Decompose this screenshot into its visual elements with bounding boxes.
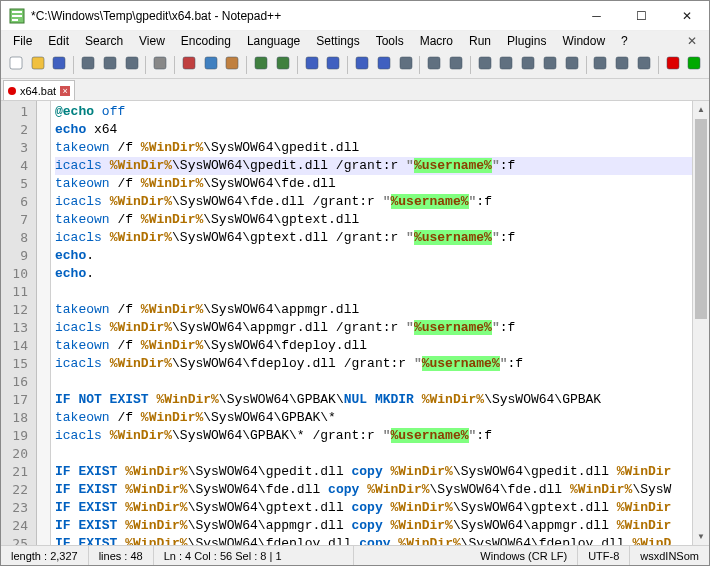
zoom-in-button[interactable] [351, 54, 373, 76]
new-button[interactable] [5, 54, 27, 76]
unfold-button[interactable] [539, 54, 561, 76]
scroll-up-icon[interactable]: ▲ [693, 101, 709, 118]
code-line[interactable]: IF EXIST %WinDir%\SysWOW64\gptext.dll co… [55, 499, 692, 517]
vertical-scrollbar[interactable]: ▲ ▼ [692, 101, 709, 545]
line-number: 12 [3, 301, 28, 319]
zoom-out-button[interactable] [373, 54, 395, 76]
code-line[interactable]: IF EXIST %WinDir%\SysWOW64\gpedit.dll co… [55, 463, 692, 481]
line-number: 8 [3, 229, 28, 247]
paste-button[interactable] [222, 54, 244, 76]
line-number: 21 [3, 463, 28, 481]
code-line[interactable]: echo. [55, 265, 692, 283]
close-button[interactable]: ✕ [664, 1, 709, 30]
menu-run[interactable]: Run [461, 32, 499, 50]
scroll-down-icon[interactable]: ▼ [693, 528, 709, 545]
save-all-button[interactable] [77, 54, 99, 76]
svg-rect-15 [277, 57, 289, 69]
code-line[interactable]: takeown /f %WinDir%\SysWOW64\gptext.dll [55, 211, 692, 229]
code-line[interactable]: icacls %WinDir%\SysWOW64\gpedit.dll /gra… [55, 157, 692, 175]
code-line[interactable] [55, 445, 692, 463]
menu-macro[interactable]: Macro [412, 32, 461, 50]
code-area[interactable]: @echo offecho x64takeown /f %WinDir%\Sys… [51, 101, 692, 545]
play-button[interactable] [683, 54, 705, 76]
code-line[interactable]: icacls %WinDir%\SysWOW64\fde.dll /grant:… [55, 193, 692, 211]
find-button[interactable] [301, 54, 323, 76]
code-line[interactable]: icacls %WinDir%\SysWOW64\appmgr.dll /gra… [55, 319, 692, 337]
fold-gutter [37, 101, 51, 545]
line-number: 4 [3, 157, 28, 175]
undo-button[interactable] [250, 54, 272, 76]
line-number: 24 [3, 517, 28, 535]
maximize-button[interactable]: ☐ [619, 1, 664, 30]
lang-button[interactable] [496, 54, 518, 76]
menu-tools[interactable]: Tools [368, 32, 412, 50]
line-number: 11 [3, 283, 28, 301]
sync-icon [398, 55, 414, 74]
svg-rect-10 [154, 57, 166, 69]
wrap-button[interactable] [423, 54, 445, 76]
code-line[interactable]: icacls %WinDir%\SysWOW64\gptext.dll /gra… [55, 229, 692, 247]
code-line[interactable]: IF EXIST %WinDir%\SysWOW64\fde.dll copy … [55, 481, 692, 499]
menu-close-icon[interactable]: ✕ [679, 32, 705, 50]
menu-window[interactable]: Window [554, 32, 613, 50]
doc-map-button[interactable] [561, 54, 583, 76]
scroll-thumb[interactable] [695, 119, 707, 319]
menu-plugins[interactable]: Plugins [499, 32, 554, 50]
open-button[interactable] [27, 54, 49, 76]
monitor-button[interactable] [633, 54, 655, 76]
func-list-button[interactable] [589, 54, 611, 76]
record-button[interactable] [662, 54, 684, 76]
sync-button[interactable] [395, 54, 417, 76]
cut-button[interactable] [178, 54, 200, 76]
svg-rect-11 [183, 57, 195, 69]
record-icon [665, 55, 681, 74]
menu-edit[interactable]: Edit [40, 32, 77, 50]
code-line[interactable]: icacls %WinDir%\SysWOW64\fdeploy.dll /gr… [55, 355, 692, 373]
svg-rect-25 [522, 57, 534, 69]
menu-file[interactable]: File [5, 32, 40, 50]
monitor-icon [636, 55, 652, 74]
code-line[interactable] [55, 373, 692, 391]
menu-language[interactable]: Language [239, 32, 308, 50]
folder-button[interactable] [611, 54, 633, 76]
svg-rect-6 [53, 57, 65, 69]
code-line[interactable]: IF EXIST %WinDir%\SysWOW64\fdeploy.dll c… [55, 535, 692, 545]
save-all-icon [80, 55, 96, 74]
close-button[interactable] [99, 54, 121, 76]
menu-encoding[interactable]: Encoding [173, 32, 239, 50]
copy-button[interactable] [200, 54, 222, 76]
cut-icon [181, 55, 197, 74]
code-line[interactable]: icacls %WinDir%\SysWOW64\GPBAK\* /grant:… [55, 427, 692, 445]
code-line[interactable]: echo. [55, 247, 692, 265]
tab-close-icon[interactable]: × [60, 86, 70, 96]
replace-icon [325, 55, 341, 74]
minimize-button[interactable]: ─ [574, 1, 619, 30]
menu-help[interactable]: ? [613, 32, 636, 50]
fold-button[interactable] [517, 54, 539, 76]
code-line[interactable]: takeown /f %WinDir%\SysWOW64\gpedit.dll [55, 139, 692, 157]
print-button[interactable] [149, 54, 171, 76]
code-line[interactable]: takeown /f %WinDir%\SysWOW64\GPBAK\* [55, 409, 692, 427]
code-line[interactable]: takeown /f %WinDir%\SysWOW64\fdeploy.dll [55, 337, 692, 355]
close-icon [102, 55, 118, 74]
code-line[interactable]: takeown /f %WinDir%\SysWOW64\appmgr.dll [55, 301, 692, 319]
wrap-icon [426, 55, 442, 74]
code-line[interactable]: @echo off [55, 103, 692, 121]
menu-view[interactable]: View [131, 32, 173, 50]
indent-button[interactable] [474, 54, 496, 76]
code-line[interactable]: takeown /f %WinDir%\SysWOW64\fde.dll [55, 175, 692, 193]
show-all-button[interactable] [445, 54, 467, 76]
menu-settings[interactable]: Settings [308, 32, 367, 50]
code-line[interactable]: echo x64 [55, 121, 692, 139]
code-line[interactable] [55, 283, 692, 301]
code-line[interactable]: IF NOT EXIST %WinDir%\SysWOW64\GPBAK\NUL… [55, 391, 692, 409]
tab-x64bat[interactable]: x64.bat × [3, 80, 75, 100]
redo-button[interactable] [272, 54, 294, 76]
menu-search[interactable]: Search [77, 32, 131, 50]
save-button[interactable] [48, 54, 70, 76]
line-number: 5 [3, 175, 28, 193]
line-number: 3 [3, 139, 28, 157]
replace-button[interactable] [322, 54, 344, 76]
code-line[interactable]: IF EXIST %WinDir%\SysWOW64\appmgr.dll co… [55, 517, 692, 535]
close-all-button[interactable] [121, 54, 143, 76]
